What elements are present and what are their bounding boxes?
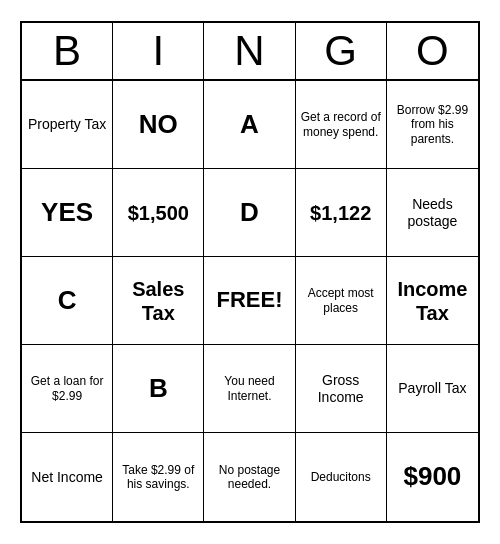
bingo-cell: You need Internet.	[204, 345, 295, 433]
bingo-grid: Property TaxNOAGet a record of money spe…	[22, 81, 478, 521]
bingo-cell: D	[204, 169, 295, 257]
bingo-cell: YES	[22, 169, 113, 257]
bingo-cell: Sales Tax	[113, 257, 204, 345]
header-letter: G	[296, 23, 387, 79]
bingo-cell: Needs postage	[387, 169, 478, 257]
bingo-cell: Net Income	[22, 433, 113, 521]
bingo-cell: Get a record of money spend.	[296, 81, 387, 169]
header-letter: O	[387, 23, 478, 79]
bingo-cell: Property Tax	[22, 81, 113, 169]
bingo-cell: FREE!	[204, 257, 295, 345]
bingo-cell: $900	[387, 433, 478, 521]
bingo-cell: C	[22, 257, 113, 345]
bingo-cell: Deducitons	[296, 433, 387, 521]
bingo-header: BINGO	[22, 23, 478, 81]
bingo-cell: Gross Income	[296, 345, 387, 433]
bingo-cell: $1,500	[113, 169, 204, 257]
bingo-cell: Payroll Tax	[387, 345, 478, 433]
header-letter: B	[22, 23, 113, 79]
bingo-cell: A	[204, 81, 295, 169]
header-letter: I	[113, 23, 204, 79]
bingo-cell: NO	[113, 81, 204, 169]
bingo-cell: Income Tax	[387, 257, 478, 345]
bingo-card: BINGO Property TaxNOAGet a record of mon…	[20, 21, 480, 523]
bingo-cell: B	[113, 345, 204, 433]
bingo-cell: Take $2.99 of his savings.	[113, 433, 204, 521]
bingo-cell: No postage needed.	[204, 433, 295, 521]
bingo-cell: Borrow $2.99 from his parents.	[387, 81, 478, 169]
bingo-cell: Accept most places	[296, 257, 387, 345]
bingo-cell: $1,122	[296, 169, 387, 257]
bingo-cell: Get a loan for $2.99	[22, 345, 113, 433]
header-letter: N	[204, 23, 295, 79]
